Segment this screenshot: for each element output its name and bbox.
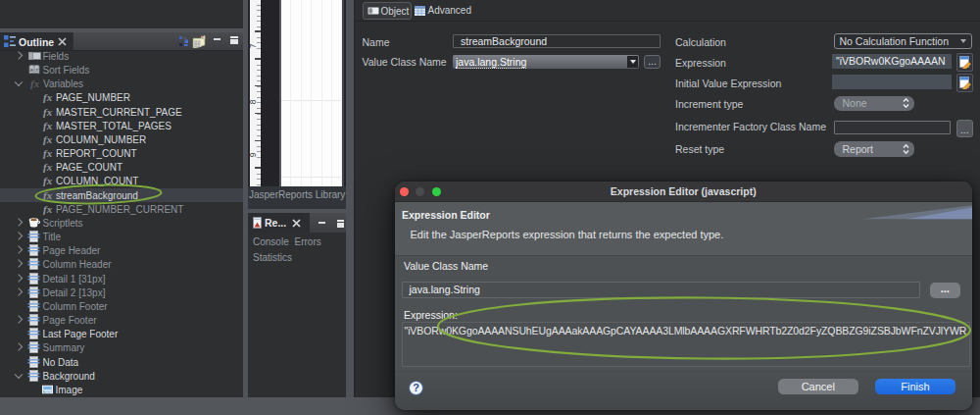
svg-text:z: z bbox=[35, 67, 38, 73]
